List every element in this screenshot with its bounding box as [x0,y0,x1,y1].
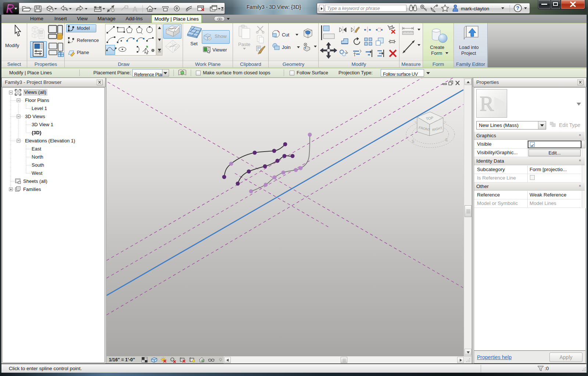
svg-text:1: 1 [112,9,114,12]
svg-text:S: S [412,139,414,143]
svg-text:R: R [480,92,494,116]
svg-text:A: A [132,5,137,13]
svg-text:N: N [444,120,446,124]
svg-text:mark-clayton: mark-clayton [461,6,489,11]
svg-text:E: E [445,138,448,142]
svg-text:W: W [415,120,417,124]
svg-text:?: ? [516,5,520,11]
